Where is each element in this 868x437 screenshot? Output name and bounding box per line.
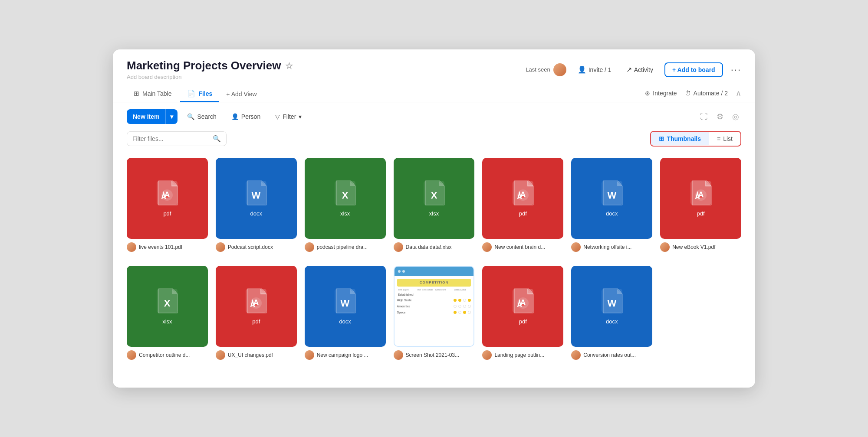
search-icon: 🔍 (187, 113, 194, 120)
file-avatar (216, 242, 225, 252)
tabs-right: ⊛ Integrate ⏱ Automate / 2 ∧ (645, 88, 741, 100)
file-name: live events 101.pdf (139, 244, 182, 250)
file-name: New eBook V1.pdf (672, 244, 715, 250)
integrate-button[interactable]: ⊛ Integrate (645, 90, 677, 97)
person-label: Person (241, 113, 260, 120)
file-name: Networking offsite i... (583, 244, 631, 250)
file-thumbnail: ■ A pdf (216, 266, 297, 347)
file-thumbnail: W docx (571, 158, 652, 239)
tab-files-label: Files (198, 90, 212, 97)
tab-main-table[interactable]: ⊞ Main Table (127, 86, 178, 102)
svg-text:X: X (342, 190, 349, 201)
header: Marketing Projects Overview ☆ Add board … (113, 49, 755, 80)
main-window: Marketing Projects Overview ☆ Add board … (113, 49, 755, 388)
file-thumbnail: ■ A pdf (482, 266, 563, 347)
expand-icon[interactable]: ⛶ (698, 110, 710, 124)
filter-bar: 🔍 ⊞ Thumbnails ≡ List (113, 131, 755, 153)
settings-icon[interactable]: ⚙ (714, 110, 726, 124)
files-icon: 📄 (187, 90, 195, 98)
svg-text:W: W (341, 298, 350, 309)
file-meta: Networking offsite i... (571, 242, 652, 252)
file-card[interactable]: ■ A pdf Landing page outlin... (482, 266, 563, 360)
file-meta: Podcast script.docx (216, 242, 297, 252)
file-avatar (571, 350, 581, 360)
search-label: Search (197, 113, 216, 120)
file-name: Competitor outline d... (139, 352, 190, 358)
file-meta: Conversion rates out... (571, 350, 652, 360)
star-icon[interactable]: ☆ (285, 61, 293, 71)
file-meta: Landing page outlin... (482, 350, 563, 360)
activity-label: Activity (634, 66, 653, 73)
file-name: Conversion rates out... (583, 352, 636, 358)
file-card[interactable]: ■ A pdf New eBook V1.pdf (660, 158, 741, 252)
file-card[interactable]: W docx Conversion rates out... (571, 266, 652, 360)
avatar (553, 63, 566, 76)
add-view-label: + Add View (226, 91, 256, 98)
file-thumbnail: X xlsx (394, 158, 475, 239)
thumbnails-label: Thumbnails (667, 135, 701, 142)
file-card[interactable]: ■ A pdf New content brain d... (482, 158, 563, 252)
toolbar: New Item ▾ 🔍 Search 👤 Person ▽ Filter ▾ … (113, 102, 755, 131)
file-card[interactable]: X xlsx Competitor outline d... (127, 266, 208, 360)
invite-button[interactable]: 👤 Invite / 1 (574, 64, 615, 75)
new-item-button[interactable]: New Item ▾ (127, 109, 178, 124)
file-meta: UX_UI changes.pdf (216, 350, 297, 360)
file-meta: Competitor outline d... (127, 350, 208, 360)
person-button[interactable]: 👤 Person (226, 110, 266, 123)
file-thumbnail: W docx (571, 266, 652, 347)
screenshot-thumbnail: COMPETITION The LightThe SeasonalMediocr… (394, 266, 475, 347)
file-type-label: pdf (163, 210, 171, 217)
file-name: Landing page outlin... (494, 352, 544, 358)
activity-button[interactable]: ↗ Activity (623, 64, 657, 75)
board-title: Marketing Projects Overview (127, 59, 281, 72)
more-options-button[interactable]: ··· (731, 64, 741, 75)
filter-files-input[interactable] (132, 135, 209, 142)
tabs-bar: ⊞ Main Table 📄 Files + Add View ⊛ Integr… (113, 80, 755, 102)
add-to-board-label: + Add to board (672, 66, 715, 73)
filter-button[interactable]: ▽ Filter ▾ (270, 110, 307, 123)
tab-files[interactable]: 📄 Files (180, 86, 219, 102)
file-card[interactable]: X xlsx Data data data!.xlsx (394, 158, 475, 252)
filter-search-icon: 🔍 (213, 135, 221, 143)
filter-icon: ▽ (275, 113, 280, 120)
toolbar-right: ⛶ ⚙ ◎ (698, 110, 741, 124)
files-grid: ■ A pdf live events 101.pdf W docx Podca… (113, 153, 755, 266)
file-name: New campaign logo ... (317, 352, 368, 358)
file-card[interactable]: ■ A pdf live events 101.pdf (127, 158, 208, 252)
list-view-button[interactable]: ≡ List (709, 132, 740, 145)
add-to-board-button[interactable]: + Add to board (664, 62, 723, 77)
file-type-label: pdf (252, 318, 260, 325)
person-icon: 👤 (578, 65, 586, 74)
last-seen: Last seen (526, 63, 566, 76)
more-settings-icon[interactable]: ◎ (730, 110, 741, 124)
file-card[interactable]: ■ A pdf UX_UI changes.pdf (216, 266, 297, 360)
file-meta: Screen Shot 2021-03... (394, 350, 475, 360)
file-type-label: pdf (697, 210, 705, 217)
file-type-label: docx (339, 318, 351, 325)
file-thumbnail: X xlsx (127, 266, 208, 347)
search-button[interactable]: 🔍 Search (182, 110, 221, 123)
file-thumbnail: ■ A pdf (482, 158, 563, 239)
file-avatar (482, 242, 492, 252)
file-avatar (216, 350, 225, 360)
file-card[interactable]: W docx Networking offsite i... (571, 158, 652, 252)
new-item-arrow-icon[interactable]: ▾ (165, 109, 178, 124)
add-view-button[interactable]: + Add View (221, 87, 262, 101)
file-card[interactable]: COMPETITION The LightThe SeasonalMediocr… (394, 266, 475, 360)
new-item-label: New Item (127, 109, 165, 124)
file-type-label: pdf (519, 318, 527, 325)
file-avatar (305, 242, 314, 252)
file-card[interactable]: W docx New campaign logo ... (305, 266, 386, 360)
board-description[interactable]: Add board description (127, 74, 293, 80)
file-card[interactable]: X xlsx podcast pipeline dra... (305, 158, 386, 252)
file-card[interactable]: W docx Podcast script.docx (216, 158, 297, 252)
thumbnails-icon: ⊞ (659, 135, 664, 142)
file-avatar (394, 242, 403, 252)
activity-icon: ↗ (626, 65, 632, 74)
automate-icon: ⏱ (685, 90, 691, 97)
thumbnails-view-button[interactable]: ⊞ Thumbnails (651, 132, 709, 145)
file-name: Data data data!.xlsx (406, 244, 452, 250)
automate-button[interactable]: ⏱ Automate / 2 (685, 90, 728, 97)
file-avatar (305, 350, 314, 360)
collapse-button[interactable]: ∧ (736, 88, 741, 98)
